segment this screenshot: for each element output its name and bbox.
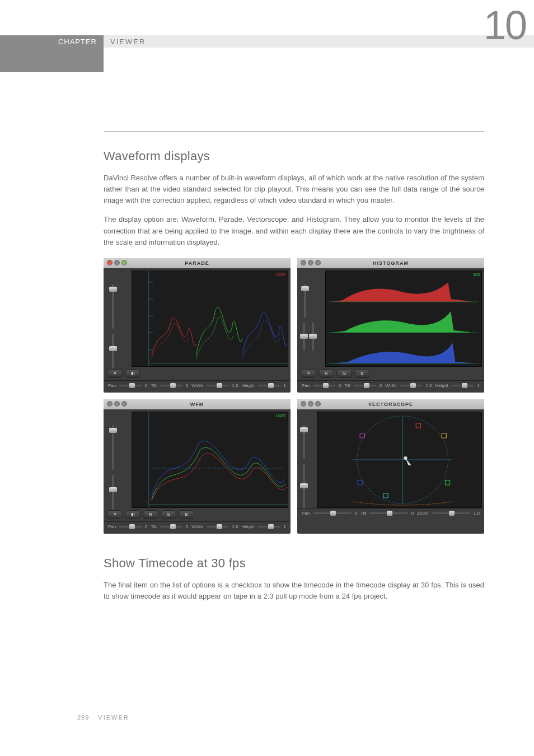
width-label: Width [191, 524, 203, 529]
scope-controls-left [297, 422, 317, 517]
zoom-icon[interactable] [315, 401, 321, 407]
scope-figure-grid: PARADE 1023 [104, 258, 484, 534]
pan-label: Pan [108, 524, 116, 529]
body-text: The display option are: Waveform, Parade… [104, 214, 484, 248]
channel-r[interactable]: R [143, 510, 158, 519]
minimize-icon[interactable] [114, 401, 120, 407]
close-icon[interactable] [107, 401, 113, 407]
pan-label: Pan [108, 383, 116, 388]
scope-titlebar: VECTORSCOPE [297, 399, 484, 409]
ruler-max: 1023 [275, 272, 285, 277]
channel-b[interactable]: B [354, 369, 370, 378]
scope-footer: Pan 0 Tilt 0 Width 1.0 Height 1 [297, 380, 484, 393]
brightness-slider[interactable] [304, 284, 306, 318]
brightness-slider[interactable] [112, 284, 114, 329]
height-label: Height [242, 383, 255, 388]
scale-slider[interactable] [112, 334, 114, 368]
tilt-label: Tilt [360, 511, 366, 516]
svg-rect-15 [416, 423, 420, 428]
scale-slider[interactable] [112, 475, 114, 510]
brightness-slider[interactable] [112, 425, 114, 470]
minimize-icon[interactable] [308, 260, 313, 265]
body-text: The final item on the list of options is… [104, 580, 484, 602]
width-value: 1.0 [232, 524, 238, 529]
scale-slider[interactable] [303, 464, 305, 508]
zoom-icon[interactable] [121, 260, 127, 265]
scope-footer: Pan 0 Tilt 0 Width 1.0 Height 1 [104, 380, 291, 393]
tilt-slider[interactable] [354, 385, 376, 386]
zoom-icon[interactable] [315, 260, 321, 265]
tilt-slider[interactable] [160, 526, 182, 528]
scope-title-text: WFM [190, 402, 204, 407]
scope-controls-left [104, 281, 132, 376]
window-controls[interactable] [107, 401, 127, 407]
tilt-slider[interactable] [369, 512, 407, 514]
tilt-value: 0 [380, 383, 382, 388]
zoom-label: Zoom [417, 511, 428, 516]
tilt-value: 0 [186, 524, 188, 529]
svg-rect-19 [358, 480, 362, 485]
brightness-slider[interactable] [303, 425, 305, 459]
window-controls[interactable] [301, 401, 321, 407]
zoom-value: 1.0 [474, 511, 480, 516]
wfm-graphic [132, 412, 288, 507]
section-heading-waveform: Waveform displays [104, 149, 484, 164]
scale-slider-2[interactable] [312, 323, 314, 351]
tilt-slider[interactable] [160, 385, 182, 386]
width-slider[interactable] [400, 385, 423, 386]
histogram-scope: HISTOGRAM 100 [297, 258, 484, 393]
close-icon[interactable] [301, 260, 306, 265]
svg-rect-16 [442, 433, 446, 438]
page-number: 299 [77, 714, 89, 721]
svg-rect-20 [360, 433, 364, 438]
width-slider[interactable] [207, 526, 229, 528]
pan-value: 0 [339, 383, 341, 388]
ruler-max: 100 [473, 272, 480, 277]
minimize-icon[interactable] [114, 260, 120, 265]
channel-g[interactable]: G [161, 510, 176, 519]
parade-scope: PARADE 1023 [104, 258, 291, 393]
scope-titlebar: WFM [104, 399, 291, 409]
vectorscope-scope: VECTORSCOPE [297, 399, 484, 534]
channel-b[interactable]: B [179, 510, 194, 519]
page-header: CHAPTER VIEWER [0, 35, 534, 72]
pan-label: Pan [302, 383, 310, 388]
width-slider[interactable] [207, 385, 229, 386]
tilt-label: Tilt [345, 383, 350, 388]
scope-title-text: HISTOGRAM [373, 260, 409, 266]
scale-slider[interactable] [303, 323, 305, 351]
divider [104, 132, 484, 132]
close-icon[interactable] [301, 401, 306, 407]
scope-footer: Pan 0 Tilt 0 Zoom 1.0 [297, 508, 484, 520]
vectorscope-plot [317, 412, 482, 508]
scope-footer: Pan 0 Tilt 0 Width 1.0 Height 1 [104, 521, 291, 534]
scope-controls-left [104, 422, 132, 517]
width-value: 1.0 [425, 383, 432, 388]
height-label: Height [242, 524, 255, 529]
pan-slider[interactable] [119, 526, 142, 528]
pan-slider[interactable] [119, 385, 142, 386]
minimize-icon[interactable] [308, 401, 313, 407]
window-controls[interactable] [107, 260, 127, 265]
height-slider[interactable] [452, 385, 474, 386]
window-controls[interactable] [301, 260, 321, 265]
header-title-text: VIEWER [110, 38, 146, 46]
channel-g[interactable]: G [336, 369, 352, 378]
zoom-icon[interactable] [121, 401, 127, 407]
ruler-max: 1023 [275, 413, 285, 418]
chapter-block: CHAPTER [0, 35, 104, 72]
height-value: 1 [477, 383, 480, 388]
height-slider[interactable] [258, 526, 280, 528]
histogram-graphic [326, 271, 481, 366]
svg-rect-18 [383, 493, 388, 498]
tilt-value: 0 [411, 511, 414, 516]
zoom-slider[interactable] [432, 512, 470, 514]
width-value: 1.0 [232, 383, 238, 388]
chapter-number: 10 [484, 5, 526, 45]
height-slider[interactable] [258, 385, 280, 386]
footer-label: VIEWER [98, 714, 129, 721]
pan-slider[interactable] [313, 385, 335, 386]
close-icon[interactable] [107, 260, 113, 265]
pan-slider[interactable] [313, 512, 351, 514]
scope-titlebar: PARADE [104, 258, 291, 268]
